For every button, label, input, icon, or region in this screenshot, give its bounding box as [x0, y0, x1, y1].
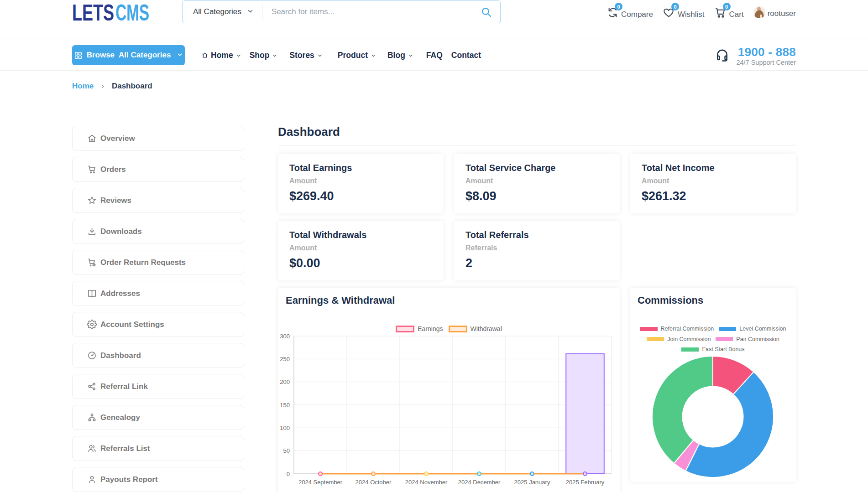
legend-label: Fast Start Bonus — [702, 346, 744, 352]
nav-item-shop[interactable]: Shop — [250, 50, 278, 61]
sidebar-item-label: Payouts Report — [100, 475, 158, 484]
legend-item-fast-start-bonus[interactable]: Fast Start Bonus — [681, 346, 744, 352]
account-sidebar: OverviewOrdersReviewsDownloadsOrder Retu… — [72, 126, 244, 492]
stat-title: Total Withdrawals — [289, 229, 432, 240]
nav-item-label: Blog — [387, 51, 405, 60]
y-tick-label: 250 — [280, 356, 290, 363]
x-tick-label: 2025 February — [566, 479, 605, 486]
bar-2025 February — [566, 354, 604, 474]
sidebar-item-referral-link[interactable]: Referral Link — [72, 374, 244, 399]
sidebar-item-label: Downloads — [100, 227, 142, 236]
x-tick-label: 2024 September — [298, 479, 343, 486]
logo-text-primary: LETS — [72, 3, 114, 25]
commissions-chart — [630, 356, 795, 479]
compare-button[interactable]: 0Compare — [606, 5, 653, 19]
nav-item-label: Stores — [289, 51, 314, 60]
nav-item-product[interactable]: Product — [338, 50, 376, 61]
header-actions: 0Compare0Wishlist0Cartrootuser — [606, 0, 796, 25]
sidebar-item-order-return-requests[interactable]: Order Return Requests — [72, 250, 244, 275]
sidebar-item-label: Reviews — [100, 196, 131, 205]
legend-item-join-commission[interactable]: Join Commission — [647, 336, 711, 342]
wishlist-button[interactable]: 0Wishlist — [663, 5, 705, 19]
search-button[interactable] — [477, 6, 500, 18]
nav-item-contact[interactable]: Contact — [451, 51, 481, 60]
nav-item-stores[interactable]: Stores — [289, 50, 322, 61]
support-phone[interactable]: 1900 - 888 — [736, 46, 796, 58]
gauge-icon — [87, 351, 97, 360]
user-menu[interactable]: rootuser — [753, 6, 796, 18]
nav-item-label: Home — [211, 51, 233, 60]
donut-chart-legend: Referral CommissionLevel CommissionJoin … — [630, 326, 796, 357]
sidebar-item-label: Orders — [100, 165, 126, 174]
earnings-withdrawal-chart-card: Earnings & Withdrawal EarningsWithdrawal… — [278, 288, 620, 492]
y-tick-label: 200 — [280, 378, 290, 385]
stat-caption: Amount — [642, 177, 784, 185]
nav-item-faq[interactable]: FAQ — [426, 51, 443, 60]
sidebar-item-reviews[interactable]: Reviews — [72, 188, 244, 213]
legend-item-pair-commission[interactable]: Pair Commission — [716, 336, 779, 342]
browse-label: Browse — [87, 51, 115, 60]
x-tick-label: 2024 October — [356, 479, 392, 486]
chevron-down-icon — [408, 53, 413, 58]
avatar-image — [753, 6, 765, 18]
headset-icon — [715, 47, 730, 62]
sidebar-item-referrals-list[interactable]: Referrals List — [72, 436, 244, 461]
sidebar-item-label: Genealogy — [100, 413, 140, 422]
nav-item-blog[interactable]: Blog — [387, 50, 413, 61]
stat-title: Total Referrals — [465, 229, 608, 240]
y-tick-label: 300 — [280, 333, 290, 340]
sidebar-item-payouts-report[interactable]: Payouts Report — [72, 467, 244, 492]
compare-label: Compare — [621, 10, 653, 19]
browse-sublabel: All Categories — [119, 51, 171, 60]
cart-label: Cart — [729, 10, 744, 19]
stat-card-total-earnings: Total EarningsAmount$269.40 — [278, 154, 444, 213]
stat-card-total-service-charge: Total Service ChargeAmount$8.09 — [454, 154, 620, 213]
donut-legend-row: Fast Start Bonus — [630, 346, 796, 352]
search-input[interactable] — [262, 7, 477, 16]
donut-legend-row: Referral CommissionLevel Commission — [630, 326, 796, 332]
sidebar-item-addresses[interactable]: Addresses — [72, 281, 244, 306]
stat-caption: Amount — [289, 177, 432, 185]
legend-swatch — [719, 327, 736, 331]
brand-logo[interactable]: LETS CMS — [72, 3, 150, 26]
download-icon — [87, 227, 97, 236]
stat-value: $261.32 — [642, 189, 784, 203]
sidebar-item-overview[interactable]: Overview — [72, 126, 244, 151]
cart-return-icon — [87, 258, 97, 267]
chevron-down-icon — [177, 51, 183, 60]
line-point — [424, 472, 428, 476]
legend-item-referral-commission[interactable]: Referral Commission — [640, 326, 714, 332]
cart-button[interactable]: 0Cart — [714, 5, 744, 19]
sidebar-item-genealogy[interactable]: Genealogy — [72, 405, 244, 430]
nav-item-home[interactable]: Home — [202, 50, 241, 61]
sidebar-item-label: Referral Link — [100, 382, 148, 391]
stat-card-total-referrals: Total ReferralsReferrals2 — [454, 221, 620, 280]
donut-legend-row: Join CommissionPair Commission — [630, 336, 796, 342]
stat-title: Total Service Charge — [465, 162, 608, 173]
gear-icon — [87, 320, 97, 329]
x-tick-label: 2024 December — [458, 479, 501, 486]
support-caption: 24/7 Support Center — [736, 59, 796, 66]
sidebar-item-label: Overview — [100, 134, 135, 143]
search-box: All Categories — [182, 0, 501, 23]
legend-swatch — [640, 327, 658, 331]
browse-categories-button[interactable]: Browse All Categories — [72, 45, 185, 65]
chevron-down-icon — [247, 8, 254, 15]
sidebar-item-dashboard[interactable]: Dashboard — [72, 343, 244, 368]
breadcrumb-home-link[interactable]: Home — [72, 82, 94, 91]
search-category-select[interactable]: All Categories — [183, 7, 262, 17]
user-name: rootuser — [768, 9, 796, 18]
users-icon — [87, 444, 97, 453]
main-nav: Browse All Categories HomeShopStoresProd… — [0, 40, 868, 71]
chevron-down-icon — [371, 53, 376, 58]
legend-item-level-commission[interactable]: Level Commission — [719, 326, 786, 332]
sidebar-item-orders[interactable]: Orders — [72, 157, 244, 182]
wishlist-label: Wishlist — [678, 10, 705, 19]
stat-value: $0.00 — [289, 256, 432, 270]
compare-icon-wrap: 0 — [606, 6, 619, 19]
legend-swatch — [681, 347, 699, 352]
sidebar-item-account-settings[interactable]: Account Settings — [72, 312, 244, 337]
legend-label: Pair Commission — [736, 336, 779, 342]
x-tick-label: 2024 November — [405, 479, 448, 486]
sidebar-item-downloads[interactable]: Downloads — [72, 219, 244, 244]
